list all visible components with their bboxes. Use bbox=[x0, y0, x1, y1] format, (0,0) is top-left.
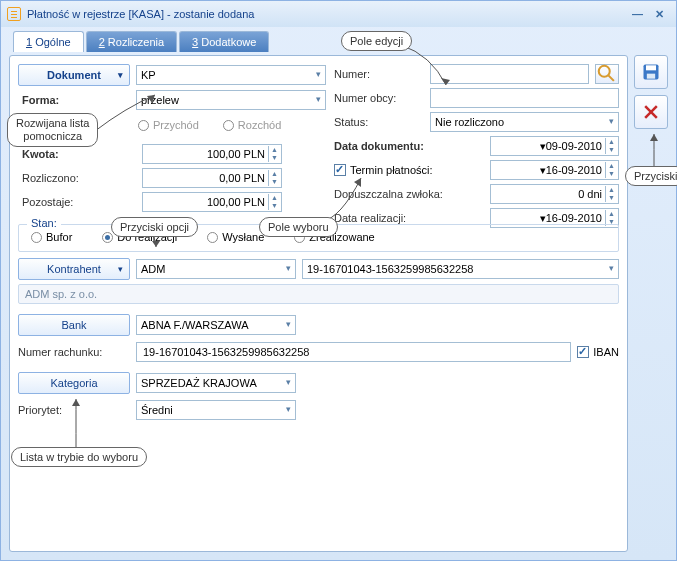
kontrahent-combo[interactable]: ADM▾ bbox=[136, 259, 296, 279]
close-button[interactable]: ✕ bbox=[649, 8, 670, 21]
chevron-down-icon: ▾ bbox=[609, 263, 614, 273]
dokument-button[interactable]: Dokument▾ bbox=[18, 64, 130, 86]
minimize-button[interactable]: — bbox=[626, 8, 649, 20]
datadok-input[interactable]: ▾09-09-2010▲▼ bbox=[490, 136, 619, 156]
datareal-label: Data realizacji: bbox=[334, 212, 484, 224]
callout-poleedycji: Pole edycji bbox=[341, 31, 412, 51]
rozliczono-label: Rozliczono: bbox=[18, 172, 136, 184]
tab-dodatkowe[interactable]: 3 Dodatkowe bbox=[179, 31, 269, 52]
kontrahent-account-combo[interactable]: 19-16701043-1563259985632258▾ bbox=[302, 259, 619, 279]
callout-pole-wyboru: Pole wyboru bbox=[259, 217, 338, 237]
spin-down-icon[interactable]: ▼ bbox=[605, 194, 617, 202]
spin-down-icon[interactable]: ▼ bbox=[268, 202, 280, 210]
dokument-combo[interactable]: KP▾ bbox=[136, 65, 326, 85]
content-panel: Dokument▾ KP▾ Forma: przelew▾ Przychód R… bbox=[9, 55, 628, 552]
spin-up-icon[interactable]: ▲ bbox=[268, 170, 280, 178]
rachunek-input[interactable] bbox=[136, 342, 571, 362]
spin-up-icon[interactable]: ▲ bbox=[605, 138, 617, 146]
kontrahent-name-readonly: ADM sp. z o.o. bbox=[18, 284, 619, 304]
callout-przyciski: Przyciski bbox=[625, 166, 677, 186]
spin-down-icon[interactable]: ▼ bbox=[268, 178, 280, 186]
svg-rect-3 bbox=[646, 65, 656, 70]
status-combo[interactable]: Nie rozliczono▾ bbox=[430, 112, 619, 132]
spin-up-icon[interactable]: ▲ bbox=[605, 210, 617, 218]
bufor-radio[interactable]: Bufor bbox=[31, 231, 72, 243]
chevron-down-icon: ▾ bbox=[609, 116, 614, 126]
lookup-button[interactable] bbox=[595, 64, 619, 84]
chevron-down-icon: ▾ bbox=[118, 264, 123, 274]
titlebar: Płatność w rejestrze [KASA] - zostanie d… bbox=[1, 1, 676, 27]
tab-ogolne[interactable]: 1 Ogólne bbox=[13, 31, 84, 52]
kontrahent-button[interactable]: Kontrahent▾ bbox=[18, 258, 130, 280]
termin-input[interactable]: ▾16-09-2010▲▼ bbox=[490, 160, 619, 180]
rozliczono-input[interactable]: 0,00 PLN▲▼ bbox=[142, 168, 282, 188]
spin-down-icon[interactable]: ▼ bbox=[268, 154, 280, 162]
svg-point-0 bbox=[599, 66, 610, 77]
pozostaje-label: Pozostaje: bbox=[18, 196, 136, 208]
przychod-radio: Przychód bbox=[138, 119, 199, 131]
save-button[interactable] bbox=[634, 55, 668, 89]
forma-label: Forma: bbox=[18, 94, 130, 106]
kwota-label: Kwota: bbox=[18, 148, 136, 160]
chevron-down-icon: ▾ bbox=[316, 69, 321, 79]
zwloka-input[interactable]: 0 dni▲▼ bbox=[490, 184, 619, 204]
callout-rozwijana: Rozwijana listapomocnicza bbox=[7, 113, 98, 147]
spin-up-icon[interactable]: ▲ bbox=[268, 194, 280, 202]
close-icon bbox=[641, 102, 661, 122]
app-window: Płatność w rejestrze [KASA] - zostanie d… bbox=[0, 0, 677, 561]
sidebar-buttons bbox=[632, 55, 670, 129]
numer-input[interactable] bbox=[430, 64, 589, 84]
zwloka-label: Dopuszczalna zwłoka: bbox=[334, 188, 484, 200]
chevron-down-icon: ▾ bbox=[286, 404, 291, 414]
spin-up-icon[interactable]: ▲ bbox=[605, 162, 617, 170]
chevron-down-icon: ▾ bbox=[286, 263, 291, 273]
pozostaje-input[interactable]: 100,00 PLN▲▼ bbox=[142, 192, 282, 212]
chevron-down-icon: ▾ bbox=[118, 70, 123, 80]
spin-down-icon[interactable]: ▼ bbox=[605, 170, 617, 178]
callout-lista-tryb: Lista w trybie do wyboru bbox=[11, 447, 147, 467]
bank-button[interactable]: Bank bbox=[18, 314, 130, 336]
kwota-input[interactable]: 100,00 PLN▲▼ bbox=[142, 144, 282, 164]
svg-line-1 bbox=[608, 75, 614, 81]
rozchod-radio: Rozchód bbox=[223, 119, 281, 131]
kategoria-button[interactable]: Kategoria bbox=[18, 372, 130, 394]
rachunek-label: Numer rachunku: bbox=[18, 346, 130, 358]
svg-rect-4 bbox=[647, 74, 655, 79]
save-icon bbox=[641, 62, 661, 82]
numer-label: Numer: bbox=[334, 68, 424, 80]
priorytet-label: Priorytet: bbox=[18, 404, 130, 416]
termin-checkbox[interactable]: Termin płatności: bbox=[334, 164, 484, 176]
wyslane-radio[interactable]: Wysłane bbox=[207, 231, 264, 243]
cancel-button[interactable] bbox=[634, 95, 668, 129]
right-column: Numer: Numer obcy: Status: Nie rozliczon… bbox=[334, 64, 619, 232]
forma-combo[interactable]: przelew▾ bbox=[136, 90, 326, 110]
status-label: Status: bbox=[334, 116, 424, 128]
chevron-down-icon: ▾ bbox=[286, 377, 291, 387]
numerobcy-input[interactable] bbox=[430, 88, 619, 108]
callout-przyciski-opcji: Przyciski opcji bbox=[111, 217, 198, 237]
chevron-down-icon: ▾ bbox=[316, 94, 321, 104]
window-title: Płatność w rejestrze [KASA] - zostanie d… bbox=[27, 8, 626, 20]
kategoria-combo[interactable]: SPRZEDAŻ KRAJOWA▾ bbox=[136, 373, 296, 393]
spin-up-icon[interactable]: ▲ bbox=[268, 146, 280, 154]
stan-legend: Stan: bbox=[27, 217, 61, 229]
tab-rozliczenia[interactable]: 2 Rozliczenia bbox=[86, 31, 177, 52]
datadok-label: Data dokumentu: bbox=[334, 140, 484, 152]
svg-marker-11 bbox=[650, 134, 658, 141]
bank-combo[interactable]: ABNA F./WARSZAWA▾ bbox=[136, 315, 296, 335]
app-icon bbox=[7, 7, 21, 21]
priorytet-combo[interactable]: Średni▾ bbox=[136, 400, 296, 420]
iban-checkbox[interactable]: IBAN bbox=[577, 346, 619, 358]
spin-up-icon[interactable]: ▲ bbox=[605, 186, 617, 194]
chevron-down-icon: ▾ bbox=[286, 319, 291, 329]
spin-down-icon[interactable]: ▼ bbox=[605, 146, 617, 154]
numerobcy-label: Numer obcy: bbox=[334, 92, 424, 104]
